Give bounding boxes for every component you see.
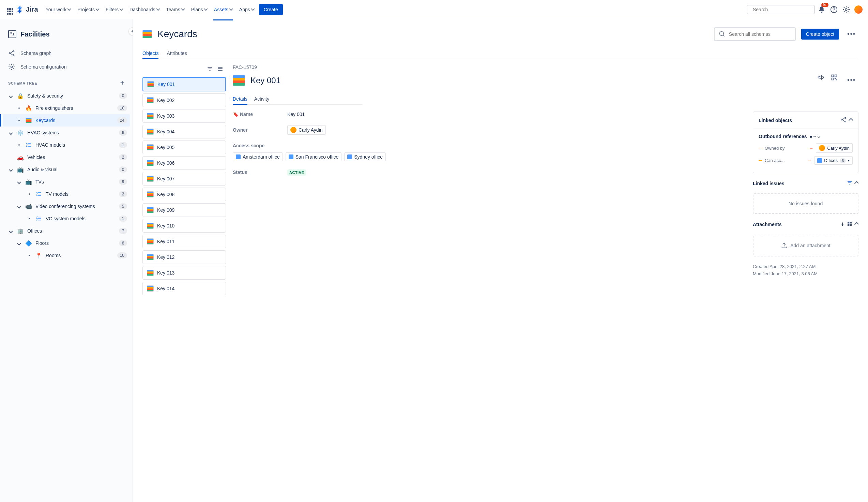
settings-icon[interactable]: [841, 4, 852, 15]
list-item[interactable]: Key 012: [143, 250, 226, 264]
svg-point-3: [834, 11, 834, 11]
list-item[interactable]: Key 003: [143, 109, 226, 123]
object-icon: [233, 75, 245, 86]
list-item[interactable]: Key 001: [143, 77, 226, 91]
schema-search-input[interactable]: [729, 31, 791, 37]
page-header: Keycards Create object •••: [143, 27, 858, 41]
graph-view-icon[interactable]: [840, 117, 847, 124]
detail-tab-details[interactable]: Details: [233, 93, 247, 104]
svg-point-4: [845, 9, 847, 11]
field-access-scope: Access scope Amsterdam officeSan Francis…: [233, 143, 739, 161]
gear-icon: [8, 63, 15, 70]
nav-filters[interactable]: Filters: [102, 4, 126, 15]
list-item[interactable]: Key 010: [143, 219, 226, 233]
svg-rect-27: [218, 67, 223, 68]
global-search[interactable]: [747, 5, 815, 14]
tree-item-hvac-models[interactable]: •HVAC models1: [3, 139, 130, 151]
tree-item-tv-models[interactable]: •TV models2: [3, 188, 130, 200]
list-item[interactable]: Key 002: [143, 93, 226, 107]
list-item[interactable]: Key 008: [143, 188, 226, 201]
schema-config-link[interactable]: Schema configuration: [3, 60, 130, 74]
tree-item-floors[interactable]: 🔷Floors6: [3, 237, 130, 249]
outbound-icon: ●→○: [810, 134, 820, 139]
add-attachment-box[interactable]: Add an attachment: [753, 235, 858, 257]
more-icon[interactable]: •••: [845, 28, 858, 41]
access-chip[interactable]: Sydney office: [344, 152, 386, 161]
nav-apps[interactable]: Apps: [236, 4, 258, 15]
add-icon[interactable]: +: [840, 221, 844, 228]
modified-text: Modified June 17, 2021, 3:06 AM: [753, 270, 858, 278]
collapse-icon[interactable]: [854, 181, 858, 185]
tree-item-audio-visual[interactable]: 📺Audio & visual0: [3, 163, 130, 175]
detail-tab-activity[interactable]: Activity: [254, 93, 269, 104]
tree-item-vc-system-models[interactable]: •VC system models1: [3, 212, 130, 225]
grid-view-icon[interactable]: [847, 221, 852, 228]
object-more-icon[interactable]: •••: [845, 74, 858, 87]
list-item[interactable]: Key 013: [143, 266, 226, 280]
references: Owned by→Carly AydinCan acc...→Offices3▾: [758, 143, 852, 165]
app-switcher-icon[interactable]: [4, 6, 12, 14]
tree-item-offices[interactable]: 🏢Offices7: [3, 225, 130, 237]
svg-point-36: [845, 117, 846, 118]
profile-avatar[interactable]: [853, 4, 864, 15]
schema-graph-link[interactable]: Schema graph: [3, 47, 130, 60]
notifications-icon[interactable]: 9+: [816, 4, 827, 15]
filter-icon[interactable]: [847, 180, 852, 187]
field-name: 🔖Name Key 001: [233, 111, 739, 117]
nav-assets[interactable]: Assets: [210, 4, 236, 15]
notification-badge: 9+: [821, 3, 828, 7]
create-button[interactable]: Create: [259, 4, 283, 15]
svg-rect-33: [835, 78, 836, 79]
reference-row: Owned by→Carly Aydin: [758, 143, 852, 153]
svg-rect-30: [832, 75, 834, 77]
tree-item-keycards[interactable]: •Keycards24: [3, 114, 130, 127]
section-label: Linked issues: [753, 181, 785, 186]
tree-item-vehicles[interactable]: 🚗Vehicles2: [3, 151, 130, 163]
field-value: Key 001: [287, 111, 739, 117]
list-item[interactable]: Key 005: [143, 141, 226, 154]
list-item[interactable]: Key 004: [143, 125, 226, 139]
field-owner: Owner Carly Aydin: [233, 125, 739, 135]
svg-point-37: [845, 121, 846, 122]
help-icon[interactable]: [828, 4, 839, 15]
search-input[interactable]: [753, 7, 813, 12]
schema-tree-header: SCHEMA TREE +: [3, 74, 130, 90]
tab-attributes[interactable]: Attributes: [167, 48, 187, 59]
access-chip[interactable]: Amsterdam office: [233, 152, 283, 161]
tree-item-tvs[interactable]: 📺TVs9: [3, 175, 130, 188]
list-item[interactable]: Key 009: [143, 203, 226, 217]
list-view-icon[interactable]: [217, 66, 223, 73]
qr-icon[interactable]: [831, 74, 838, 87]
announce-icon[interactable]: [817, 74, 824, 87]
jira-logo[interactable]: Jira: [16, 6, 38, 14]
list-item[interactable]: Key 007: [143, 172, 226, 185]
tree-item-video-conferencing-systems[interactable]: 📹Video conferencing systems5: [3, 200, 130, 212]
tab-objects[interactable]: Objects: [143, 48, 158, 59]
tree-item-rooms[interactable]: •📍Rooms10: [3, 249, 130, 262]
schema-title: Facilities: [3, 27, 130, 41]
tree-item-fire-extinguishers[interactable]: •🔥Fire extinguishers10: [3, 102, 130, 114]
create-object-button[interactable]: Create object: [801, 29, 839, 40]
list-item[interactable]: Key 006: [143, 156, 226, 170]
nav-plans[interactable]: Plans: [188, 4, 210, 15]
filter-icon[interactable]: [207, 66, 213, 73]
nav-your-work[interactable]: Your work: [42, 4, 74, 15]
access-chip[interactable]: San Francisco office: [286, 152, 342, 161]
tree-item-hvac-systems[interactable]: ❄️HVAC systems6: [3, 127, 130, 139]
svg-point-35: [841, 119, 842, 120]
owner-name: Carly Aydin: [299, 127, 323, 133]
collapse-icon[interactable]: [849, 118, 853, 122]
avatar-icon: [290, 127, 297, 133]
nav-teams[interactable]: Teams: [163, 4, 188, 15]
nav-dashboards[interactable]: Dashboards: [126, 4, 163, 15]
add-tree-item-icon[interactable]: +: [120, 79, 124, 87]
list-item[interactable]: Key 014: [143, 282, 226, 295]
owner-chip[interactable]: Carly Aydin: [287, 125, 326, 135]
tree-item-safety-security[interactable]: 🔒Safety & security0: [3, 90, 130, 102]
schema-search[interactable]: [714, 27, 796, 41]
collapse-icon[interactable]: [854, 222, 858, 227]
nav-projects[interactable]: Projects: [74, 4, 102, 15]
fields: 🔖Name Key 001 Owner Carly Aydin Access s…: [233, 111, 739, 278]
list-item[interactable]: Key 011: [143, 235, 226, 248]
field-status: Status ACTIVE: [233, 170, 739, 175]
